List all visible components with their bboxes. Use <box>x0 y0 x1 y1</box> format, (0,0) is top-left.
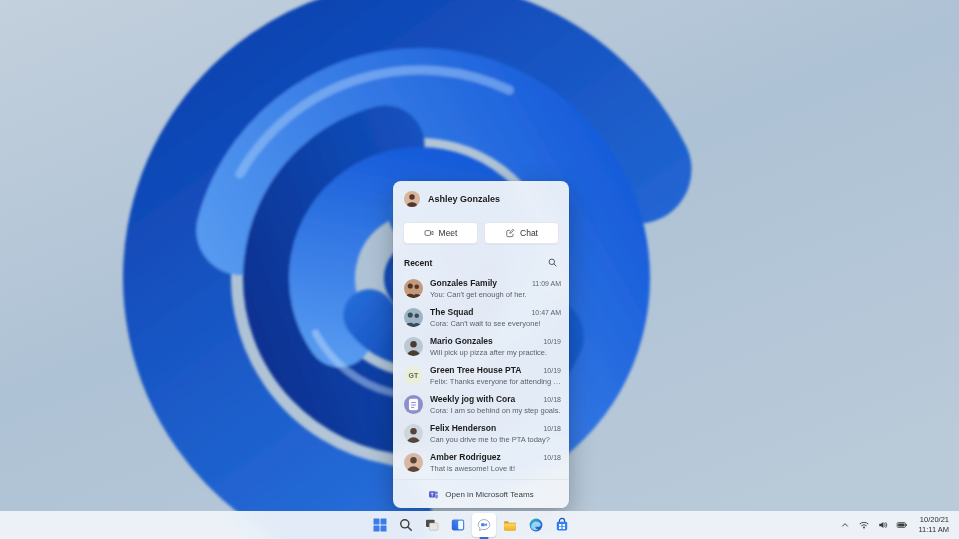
flyout-user-header[interactable]: Ashley Gonzales <box>393 181 569 207</box>
open-in-teams-label: Open in Microsoft Teams <box>445 490 533 499</box>
conversation-avatar <box>404 424 423 443</box>
chevron-up-icon <box>839 519 851 531</box>
calendar-icon <box>404 395 423 414</box>
taskbar-center-icons <box>368 511 574 539</box>
system-tray: 10/20/21 11:11 AM <box>836 511 954 539</box>
conversation-avatar <box>404 337 423 356</box>
taskbar-clock[interactable]: 10/20/21 11:11 AM <box>912 513 954 537</box>
video-camera-icon <box>424 228 434 238</box>
conversation-preview: Can you drive me to the PTA today? <box>430 435 561 444</box>
conversation-preview: You: Can't get enough of her. <box>430 290 561 299</box>
conversation-time: 10/19 <box>543 367 561 374</box>
task-view-button[interactable] <box>420 513 444 537</box>
teams-logo-icon <box>428 489 439 500</box>
user-name: Ashley Gonzales <box>428 194 500 204</box>
wifi-icon <box>858 519 870 531</box>
conversation-list-item[interactable]: Amber Rodriguez 10/18 That is awesome! L… <box>393 448 569 477</box>
meet-button[interactable]: Meet <box>403 222 478 244</box>
conversation-list-item[interactable]: The Squad 10:47 AM Cora: Can't wait to s… <box>393 303 569 332</box>
conversation-list-item[interactable]: Weekly jog with Cora 10/18 Cora: I am so… <box>393 390 569 419</box>
chat-button-label: Chat <box>520 228 538 238</box>
conversation-time: 11:09 AM <box>532 280 561 287</box>
conversation-list-item[interactable]: Gonzales Family 11:09 AM You: Can't get … <box>393 274 569 303</box>
conversation-name: Felix Henderson <box>430 423 538 433</box>
conversation-time: 10:47 AM <box>531 309 561 316</box>
start-button[interactable] <box>368 513 392 537</box>
file-explorer-button[interactable] <box>498 513 522 537</box>
conversation-name: Green Tree House PTA <box>430 365 538 375</box>
conversation-time: 10/19 <box>543 338 561 345</box>
conversation-name: Amber Rodriguez <box>430 452 538 462</box>
conversation-preview: That is awesome! Love it! <box>430 464 561 473</box>
user-avatar <box>404 191 420 207</box>
store-button[interactable] <box>550 513 574 537</box>
teams-chat-flyout: Ashley Gonzales Meet Chat Recent <box>393 181 569 508</box>
conversation-avatar <box>404 395 423 414</box>
conversation-list-item[interactable]: Mario Gonzales 10/19 Will pick up pizza … <box>393 332 569 361</box>
chat-button[interactable]: Chat <box>484 222 559 244</box>
conversation-preview: Cora: I am so behind on my step goals. <box>430 406 561 415</box>
conversation-preview: Will pick up pizza after my practice. <box>430 348 561 357</box>
conversation-name: Mario Gonzales <box>430 336 538 346</box>
taskbar-chat-button[interactable] <box>472 513 496 537</box>
edge-button[interactable] <box>524 513 548 537</box>
widgets-icon <box>450 517 466 533</box>
taskbar: 10/20/21 11:11 AM <box>0 511 959 539</box>
recent-header: Recent <box>393 257 569 268</box>
conversation-name: The Squad <box>430 307 526 317</box>
taskbar-search-button[interactable] <box>394 513 418 537</box>
tray-chevron-button[interactable] <box>836 516 853 534</box>
tray-battery-button[interactable] <box>893 516 910 534</box>
speaker-icon <box>877 519 889 531</box>
search-icon <box>398 517 414 533</box>
tray-wifi-button[interactable] <box>855 516 872 534</box>
compose-icon <box>505 228 515 238</box>
recent-title: Recent <box>404 258 432 268</box>
tray-volume-button[interactable] <box>874 516 891 534</box>
conversation-preview: Felix: Thanks everyone for attending tod… <box>430 377 561 386</box>
conversation-time: 10/18 <box>543 396 561 403</box>
conversation-name: Gonzales Family <box>430 278 527 288</box>
open-in-teams-button[interactable]: Open in Microsoft Teams <box>393 480 569 508</box>
conversation-list-item[interactable]: GT Green Tree House PTA 10/19 Felix: Tha… <box>393 361 569 390</box>
microsoft-store-icon <box>554 517 570 533</box>
conversation-preview: Cora: Can't wait to see everyone! <box>430 319 561 328</box>
conversation-time: 10/18 <box>543 425 561 432</box>
conversation-name: Weekly jog with Cora <box>430 394 538 404</box>
task-view-icon <box>424 517 440 533</box>
file-explorer-icon <box>502 517 518 533</box>
flyout-actions: Meet Chat <box>393 222 569 244</box>
conversation-avatar <box>404 453 423 472</box>
widgets-button[interactable] <box>446 513 470 537</box>
conversation-avatar <box>404 308 423 327</box>
conversation-avatar <box>404 279 423 298</box>
teams-chat-icon <box>476 517 492 533</box>
taskbar-date: 10/20/21 <box>918 515 949 525</box>
taskbar-time: 11:11 AM <box>918 525 949 535</box>
windows-logo-icon <box>372 517 388 533</box>
conversation-time: 10/18 <box>543 454 561 461</box>
battery-icon <box>896 519 908 531</box>
meet-button-label: Meet <box>439 228 458 238</box>
search-icon[interactable] <box>547 257 558 268</box>
recent-conversation-list: Gonzales Family 11:09 AM You: Can't get … <box>393 274 569 479</box>
conversation-avatar: GT <box>404 366 423 385</box>
edge-icon <box>528 517 544 533</box>
conversation-list-item[interactable]: Felix Henderson 10/18 Can you drive me t… <box>393 419 569 448</box>
